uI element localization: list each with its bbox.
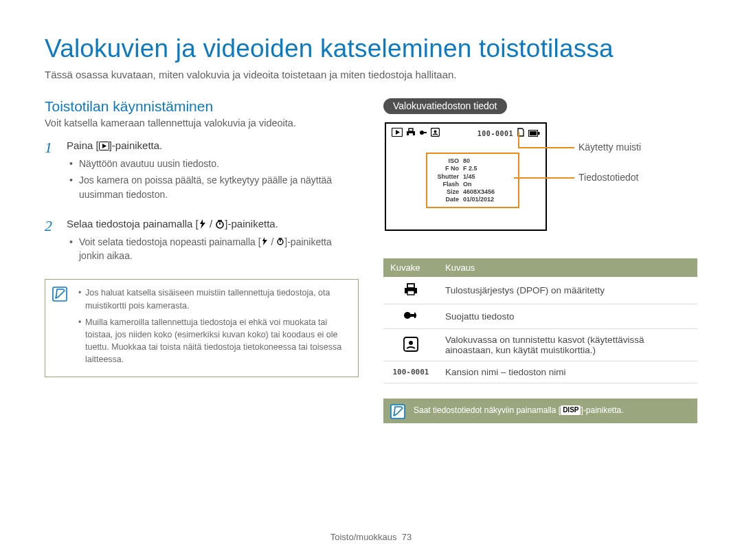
folder-code: 100-0001 — [383, 361, 438, 383]
callout-fileinfo: Tiedostotiedot — [578, 172, 638, 183]
info-val: 4608X3456 — [463, 188, 495, 196]
svg-rect-28 — [414, 313, 416, 314]
note-item: Muilla kameroilla tallennettuja tiedosto… — [78, 316, 348, 366]
lcd-diagram: 100-0001 ISO80 F NoF 2.5 Shutter1/45 Fla… — [383, 122, 697, 246]
svg-point-31 — [409, 341, 413, 345]
page-title: Valokuvien ja videoiden katseleminen toi… — [45, 34, 697, 63]
th-desc: Kuvaus — [438, 258, 697, 277]
timer-icon — [215, 219, 225, 231]
flash-icon — [261, 236, 269, 247]
face-icon — [431, 127, 440, 139]
note-item: Jos haluat katsella sisäiseen muistiin t… — [78, 287, 348, 311]
step1-bullet: Jos kamera on poissa päältä, se kytkeyty… — [69, 173, 359, 201]
step-2: 2 Selaa tiedostoja painamalla [ / ]-pain… — [45, 218, 359, 274]
section-heading: Toistotilan käynnistäminen — [45, 98, 359, 115]
step1-text-a: Paina [ — [67, 139, 99, 151]
info-key: F No — [431, 165, 463, 172]
svg-point-26 — [404, 312, 411, 319]
th-icon: Kuvake — [383, 258, 438, 277]
step2-bullet: Voit selata tiedostoja nopeasti painamal… — [69, 235, 359, 263]
info-key: Date — [431, 196, 463, 203]
lock-icon — [419, 127, 427, 139]
svg-rect-22 — [538, 132, 540, 135]
print-icon — [383, 277, 438, 304]
info-key: Size — [431, 188, 463, 196]
battery-icon — [528, 127, 540, 139]
info-key: Flash — [431, 181, 463, 188]
step1-bullets: Näyttöön avautuu uusin tiedosto. Jos kam… — [67, 157, 359, 201]
table-row: Valokuvassa on tunnistettu kasvot (käyte… — [383, 329, 697, 361]
svg-marker-6 — [262, 237, 267, 245]
svg-rect-25 — [407, 291, 414, 295]
row-desc: Tulostusjärjestys (DPOF) on määritetty — [438, 277, 697, 304]
section-desc: Voit katsella kameraan tallennettuja val… — [45, 117, 359, 128]
info-pill: Valokuvatiedoston tiedot — [383, 98, 507, 114]
svg-rect-29 — [414, 317, 416, 318]
step-number: 1 — [45, 139, 60, 212]
info-key: ISO — [431, 157, 463, 165]
table-row: Suojattu tiedosto — [383, 304, 697, 329]
callout-line — [514, 177, 574, 179]
note-strip: Saat tiedostotiedot näkyviin painamalla … — [383, 399, 697, 423]
playback-icon — [392, 127, 403, 139]
svg-rect-21 — [530, 131, 537, 135]
info-val: 01/01/2012 — [463, 196, 494, 203]
flash-icon — [199, 219, 207, 231]
step2-text-b: ]-painiketta. — [225, 218, 278, 229]
callout-memory: Käytetty muisti — [578, 142, 641, 153]
note-text-b: ]-painiketta. — [581, 405, 623, 415]
svg-rect-15 — [409, 133, 413, 136]
lock-icon — [383, 304, 438, 329]
row-desc: Valokuvassa on tunnistettu kasvot (käyte… — [438, 329, 697, 361]
folder-label: 100-0001 — [477, 130, 513, 137]
svg-marker-2 — [200, 219, 205, 229]
note-icon — [52, 287, 67, 305]
step2-bullets: Voit selata tiedostoja nopeasti painamal… — [67, 235, 359, 263]
info-val: On — [463, 181, 472, 188]
file-info-box: ISO80 F NoF 2.5 Shutter1/45 FlashOn Size… — [426, 153, 519, 208]
info-key: Shutter — [431, 173, 463, 181]
column-left: Toistotilan käynnistäminen Voit katsella… — [45, 98, 359, 423]
step-number: 2 — [45, 218, 60, 274]
page-footer: Toisto/muokkaus 73 — [0, 532, 742, 542]
info-val: F 2.5 — [463, 165, 477, 172]
footer-section: Toisto/muokkaus — [330, 532, 397, 542]
print-icon — [406, 127, 416, 139]
step2-text-a: Selaa tiedostoja painamalla [ — [67, 218, 199, 229]
lcd-screen: 100-0001 ISO80 F NoF 2.5 Shutter1/45 Fla… — [385, 122, 547, 231]
timer-icon — [276, 236, 284, 247]
column-right: Valokuvatiedoston tiedot 100-0001 — [383, 98, 697, 423]
svg-point-19 — [434, 131, 437, 133]
step-text: Selaa tiedostoja painamalla [ / ]-painik… — [67, 218, 359, 274]
face-icon — [383, 329, 438, 361]
step2-bullet-a: Voit selata tiedostoja nopeasti painamal… — [79, 236, 261, 247]
callout-line — [518, 147, 574, 148]
page-subtitle: Tässä osassa kuvataan, miten valokuvia j… — [45, 69, 697, 80]
callout-line — [518, 132, 519, 147]
svg-rect-27 — [410, 314, 416, 317]
step-text: Paina []-painiketta. Näyttöön avautuu uu… — [67, 139, 359, 212]
note-box: Jos haluat katsella sisäiseen muistiin t… — [45, 279, 359, 377]
row-desc: Suojattu tiedosto — [438, 304, 697, 329]
columns: Toistotilan käynnistäminen Voit katsella… — [45, 98, 697, 423]
svg-rect-17 — [423, 132, 427, 133]
table-row: 100-0001 Kansion nimi – tiedoston nimi — [383, 361, 697, 383]
step1-bullet: Näyttöön avautuu uusin tiedosto. — [69, 157, 359, 170]
step-1: 1 Paina []-painiketta. Näyttöön avautuu … — [45, 139, 359, 212]
info-val: 1/45 — [463, 173, 475, 181]
page: Valokuvien ja videoiden katseleminen toi… — [0, 0, 742, 560]
table-row: Tulostusjärjestys (DPOF) on määritetty — [383, 277, 697, 304]
icon-table: Kuvake Kuvaus Tulostusjärjestys (DPOF) o… — [383, 258, 697, 383]
playback-icon — [99, 141, 109, 153]
svg-rect-24 — [407, 284, 414, 288]
note-icon — [390, 404, 405, 423]
svg-rect-14 — [409, 128, 413, 131]
info-val: 80 — [463, 157, 470, 165]
note-text-a: Saat tiedostotiedot näkyviin painamalla … — [414, 405, 561, 415]
step1-text-b: ]-painiketta. — [109, 139, 163, 151]
disp-button-label: DISP — [561, 405, 581, 415]
footer-page: 73 — [402, 532, 412, 542]
row-desc: Kansion nimi – tiedoston nimi — [438, 361, 697, 383]
